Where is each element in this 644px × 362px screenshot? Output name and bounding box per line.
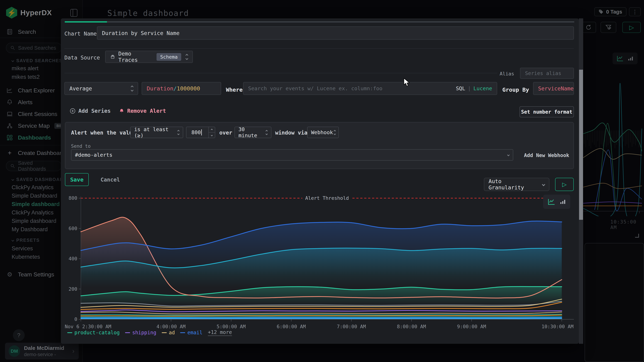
svg-text:8:00:00 AM: 8:00:00 AM xyxy=(397,324,426,329)
svg-text:Alert Threshold: Alert Threshold xyxy=(305,195,349,201)
legend-label: ad xyxy=(169,330,175,336)
legend-more-button[interactable]: +12 more xyxy=(208,329,232,336)
svg-text:4:00:00 AM: 4:00:00 AM xyxy=(156,324,186,329)
granularity-select[interactable]: Auto Granularity xyxy=(484,178,549,191)
aggregation-select[interactable]: Average xyxy=(64,82,138,95)
legend-item[interactable]: product-catalog xyxy=(67,330,120,336)
select-chevrons-icon xyxy=(333,130,336,135)
save-button[interactable]: Save xyxy=(65,173,89,186)
chevron-down-icon xyxy=(505,154,509,156)
legend-label: product-catalog xyxy=(74,330,120,336)
select-chevrons-icon xyxy=(128,86,133,91)
duration-chart: 0200400600800Nov 6 2:30:00 AM4:00:00 AM5… xyxy=(64,189,574,337)
chart-name-label: Chart Name xyxy=(64,30,97,37)
divider xyxy=(64,73,497,73)
add-series-button[interactable]: Add Series xyxy=(70,108,111,114)
add-new-webhook-button[interactable]: Add New Webhook xyxy=(524,152,569,158)
data-source-select[interactable]: Demo Traces Schema xyxy=(105,51,193,63)
bar-chart-icon xyxy=(560,198,566,205)
formula-input[interactable]: Duration/1000000 xyxy=(142,82,221,95)
alert-threshold-input[interactable]: 800 xyxy=(186,127,215,138)
legend-swatch xyxy=(162,332,167,333)
plus-circle-icon xyxy=(70,108,76,114)
alias-label: Alias xyxy=(500,71,514,76)
legend-label: email xyxy=(187,330,202,336)
legend-swatch xyxy=(180,332,185,333)
svg-text:5:00:00 AM: 5:00:00 AM xyxy=(217,324,246,329)
run-chart-button[interactable]: ▷ xyxy=(555,178,574,191)
query-language-toggle[interactable]: SQL|Lucene xyxy=(456,85,492,91)
edit-chart-modal: Chart Name Duration by Service Name Data… xyxy=(61,18,579,344)
legend-swatch xyxy=(67,332,72,333)
alert-condition-select[interactable]: is at least (≥) xyxy=(130,127,183,138)
legend-label: shipping xyxy=(132,330,156,336)
svg-text:600: 600 xyxy=(68,226,77,231)
group-by-label: Group By xyxy=(502,86,529,93)
chart-name-input[interactable]: Duration by Service Name xyxy=(97,26,574,40)
modal-accent-bar xyxy=(65,21,574,22)
modal-accent-progress xyxy=(65,21,107,22)
legend-item[interactable]: shipping xyxy=(125,330,156,336)
svg-text:10:30:00 AM: 10:30:00 AM xyxy=(542,324,574,329)
where-label: Where xyxy=(226,86,242,93)
window-via-label: window via xyxy=(275,130,308,136)
svg-text:0: 0 xyxy=(74,316,77,322)
send-to-label: Send to xyxy=(71,144,91,149)
legend-swatch xyxy=(125,332,130,333)
webhook-select[interactable]: #demo-alerts xyxy=(71,149,513,161)
svg-text:7:00:00 AM: 7:00:00 AM xyxy=(337,324,366,329)
chart-type-toggle[interactable] xyxy=(543,194,570,209)
select-chevrons-icon xyxy=(176,130,179,135)
legend-item[interactable]: email xyxy=(180,330,202,336)
over-label: over xyxy=(219,130,232,136)
svg-text:6:00:00 AM: 6:00:00 AM xyxy=(277,324,306,329)
text-caret xyxy=(201,129,202,135)
svg-text:Nov 6 2:30:00 AM: Nov 6 2:30:00 AM xyxy=(65,324,111,329)
app-root: ⚡ HyperDX Search Saved Searches SAVED SE… xyxy=(0,0,644,362)
svg-text:400: 400 xyxy=(68,256,77,261)
database-icon xyxy=(110,54,115,59)
schema-badge[interactable]: Schema xyxy=(156,53,181,61)
alert-window-select[interactable]: 30 minute xyxy=(234,127,271,138)
svg-text:800: 800 xyxy=(68,195,77,201)
chart-legend: product-catalogshippingademail+12 more xyxy=(67,329,232,336)
group-by-input[interactable]: ServiceName xyxy=(533,82,574,95)
line-chart-icon xyxy=(548,198,556,206)
svg-text:9:00:00 AM: 9:00:00 AM xyxy=(457,324,486,329)
bell-icon xyxy=(119,108,124,114)
select-chevrons-icon xyxy=(184,54,188,59)
modal-scrollbar[interactable] xyxy=(579,18,583,344)
alert-config-panel: Alert when the value is at least (≥) 800… xyxy=(65,122,574,169)
divider xyxy=(64,48,574,49)
data-source-label: Data Source xyxy=(64,54,100,61)
where-search-input[interactable]: Search your events w/ Lucene ex. column:… xyxy=(243,82,497,95)
legend-item[interactable]: ad xyxy=(162,330,175,336)
alert-channel-select[interactable]: Webhook xyxy=(307,127,339,138)
select-chevrons-icon xyxy=(265,130,268,135)
number-spinner[interactable] xyxy=(208,127,215,138)
alias-input[interactable]: Series alias xyxy=(520,68,574,79)
chevron-down-icon xyxy=(540,183,545,186)
set-number-format-button[interactable]: Set number format xyxy=(520,106,574,117)
remove-alert-button[interactable]: Remove Alert xyxy=(119,108,166,114)
cancel-button[interactable]: Cancel xyxy=(100,173,120,186)
mouse-cursor xyxy=(404,78,412,87)
alert-prefix-label: Alert when the value xyxy=(71,130,136,136)
svg-text:200: 200 xyxy=(68,286,77,292)
scrollbar-thumb[interactable] xyxy=(579,70,583,220)
